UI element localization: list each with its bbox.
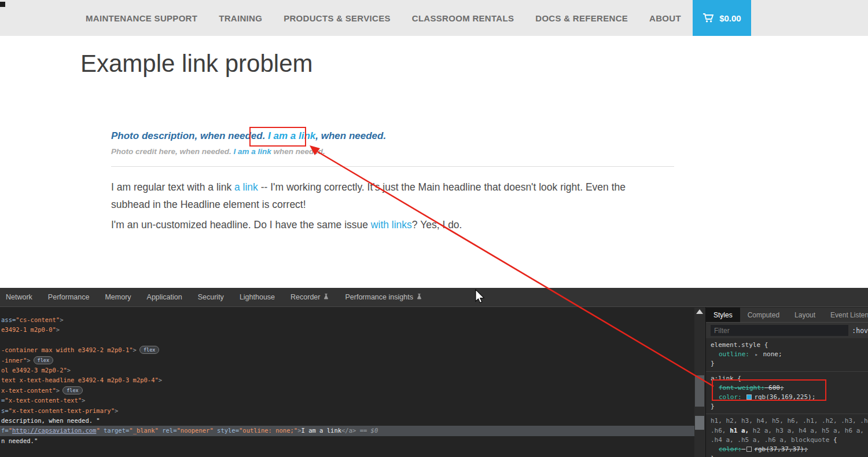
tab-label: Network: [6, 293, 32, 301]
tab-label: Security: [198, 293, 224, 301]
tab-label: Application: [147, 293, 182, 301]
flex-badge[interactable]: flex: [34, 356, 53, 364]
inline-link[interactable]: I am a link: [234, 147, 271, 156]
cart-icon: [703, 13, 714, 23]
property-name: outline:: [719, 350, 749, 358]
cart-amount: $0.00: [719, 13, 741, 23]
dom-node[interactable]: [0, 335, 694, 345]
dom-node[interactable]: n needed.": [0, 436, 694, 446]
text-run: subhead in the Headline element is corre…: [111, 199, 306, 210]
code-segment: >: [56, 326, 60, 333]
styles-sidebar-tabs: StylesComputedLayoutEvent Listeners: [706, 308, 868, 323]
top-navigation-bar: MAINTENANCE SUPPORTTRAININGPRODUCTS & SE…: [0, 0, 868, 36]
experiment-flask-icon: [323, 293, 329, 302]
inline-link[interactable]: a link: [234, 181, 258, 193]
code-segment: >: [159, 376, 162, 383]
selector-text: {: [760, 341, 768, 349]
devtools-tab-application[interactable]: Application: [147, 293, 182, 301]
dom-node-selected[interactable]: f="http://capsaviation.com" target="_bla…: [0, 426, 694, 436]
code-segment: style=: [217, 427, 239, 434]
inline-link[interactable]: with links: [371, 219, 412, 231]
dom-node[interactable]: ="x-text-content-text">: [0, 396, 694, 405]
dom-node[interactable]: s="x-text-content-text-primary">: [0, 406, 694, 416]
color-swatch[interactable]: [746, 447, 752, 452]
selector-text: element.style: [711, 341, 760, 349]
photo-credit-line: Photo credit here, when needed. I am a l…: [111, 147, 325, 156]
code-segment: == $0: [356, 427, 378, 434]
sidebar-tab-computed[interactable]: Computed: [740, 308, 787, 322]
devtools-tab-lighthouse[interactable]: Lighthouse: [240, 293, 275, 301]
body-paragraph-2: I'm an un-customized headline. Do I have…: [111, 216, 670, 233]
rule-selector: .h6, h1 a, h2 a, h3 a, h4 a, h5 a, h6 a,…: [711, 426, 868, 436]
hov-toggle-button[interactable]: :hov: [852, 327, 868, 335]
scrollbar-thumb-lower[interactable]: [695, 416, 704, 430]
devtools-tab-security[interactable]: Security: [198, 293, 224, 301]
code-segment: "cs-content": [16, 316, 60, 323]
devtools-tab-recorder[interactable]: Recorder: [290, 293, 329, 302]
sidebar-tab-layout[interactable]: Layout: [787, 308, 823, 322]
text-run: Photo credit here, when needed.: [111, 147, 234, 156]
flex-badge[interactable]: flex: [62, 386, 82, 394]
selector-text: {: [833, 436, 837, 444]
text-run: ? Yes, I do.: [412, 219, 462, 231]
rule-close-brace: }: [711, 454, 868, 457]
devtools-tab-performance[interactable]: Performance: [48, 293, 90, 301]
code-segment: >: [82, 397, 85, 404]
code-segment: s=: [1, 407, 9, 414]
devtools-tab-network[interactable]: Network: [6, 293, 32, 301]
code-segment: "_blank": [129, 427, 159, 434]
nav-item-classroom-rentals[interactable]: CLASSROOM RENTALS: [412, 13, 514, 23]
code-segment: "x-text-content-text-primary": [9, 407, 115, 414]
screen-artifact: [0, 2, 5, 7]
devtools-tab-memory[interactable]: Memory: [105, 293, 131, 301]
code-segment: -container max width e3492-2 m2p0-1": [1, 346, 133, 353]
attr-url-link[interactable]: http://capsaviation.com: [12, 427, 96, 434]
flex-badge[interactable]: flex: [139, 346, 159, 354]
dom-node[interactable]: text x-text-headline e3492-4 m2p0-3 m2p0…: [0, 375, 694, 385]
devtools-tab-performance-insights[interactable]: Performance insights: [345, 293, 422, 302]
rule-close-brace: }: [711, 402, 868, 411]
dom-node[interactable]: ass="cs-content">: [0, 315, 694, 325]
rule-selector: h1, h2, h3, h4, h5, h6, .h1, .h2, .h3, .…: [711, 416, 868, 426]
nav-item-maintenance-support[interactable]: MAINTENANCE SUPPORT: [86, 13, 197, 23]
rule-selector: .h4 a, .h5 a, .h6 a, blockquote {: [711, 436, 868, 445]
experiment-flask-icon: [416, 293, 422, 302]
dom-node[interactable]: x-text-content">flex: [0, 386, 694, 396]
styles-filter-row: :hov: [706, 323, 868, 338]
property-value: rgb(37,37,37);: [754, 445, 808, 453]
scrollbar-thumb[interactable]: [695, 375, 704, 407]
sidebar-tab-styles[interactable]: Styles: [706, 308, 740, 322]
nav-item-products-services[interactable]: PRODUCTS & SERVICES: [284, 13, 391, 23]
dom-node[interactable]: -inner">flex: [0, 356, 694, 365]
scrollbar-up-arrow[interactable]: [696, 309, 703, 314]
space: [749, 350, 753, 358]
dom-node[interactable]: description, when needed. ": [0, 416, 694, 426]
nav-item-training[interactable]: TRAINING: [219, 13, 262, 23]
annotation-redbox-link: [249, 127, 306, 147]
nav-item-docs-reference[interactable]: DOCS & REFERENCE: [535, 13, 628, 23]
selector-text: h1, h2, h3, h4, h5, h6, .h1, .h2, .h3, .…: [711, 417, 868, 425]
expand-arrow-icon[interactable]: ▸: [753, 352, 763, 357]
code-segment: e3492-1 m2p0-0": [1, 326, 56, 333]
annotation-redbox-css: [712, 379, 826, 401]
sidebar-tab-event-listeners[interactable]: Event Listeners: [823, 308, 868, 322]
selector-text: h2 a, h3 a, h4 a, h5 a, h6 a, .: [749, 427, 868, 434]
tab-label: Memory: [105, 293, 131, 301]
tab-label: Performance insights: [345, 293, 413, 301]
css-property[interactable]: outline: ▸ none;: [711, 350, 868, 359]
styles-filter-input[interactable]: [711, 325, 848, 336]
cart-button[interactable]: $0.00: [693, 0, 751, 36]
dom-node[interactable]: -container max width e3492-2 m2p0-1">fle…: [0, 345, 694, 355]
code-segment: "x-text-content-text": [5, 397, 82, 404]
dom-node[interactable]: ol e3492-3 m2p0-2">: [0, 365, 694, 375]
nav-item-about[interactable]: ABOUT: [649, 13, 681, 23]
css-property[interactable]: color: rgb(37,37,37);: [711, 445, 868, 454]
page-title: Example link problem: [80, 50, 313, 78]
code-segment: I am a link: [301, 427, 341, 434]
space: [742, 445, 746, 453]
elements-scrollbar[interactable]: [694, 308, 705, 457]
text-run: I am regular text with a link: [111, 181, 234, 193]
dom-node[interactable]: e3492-1 m2p0-0">: [0, 325, 694, 335]
code-segment: </a>: [341, 427, 356, 434]
code-segment: description, when needed. ": [1, 417, 100, 424]
